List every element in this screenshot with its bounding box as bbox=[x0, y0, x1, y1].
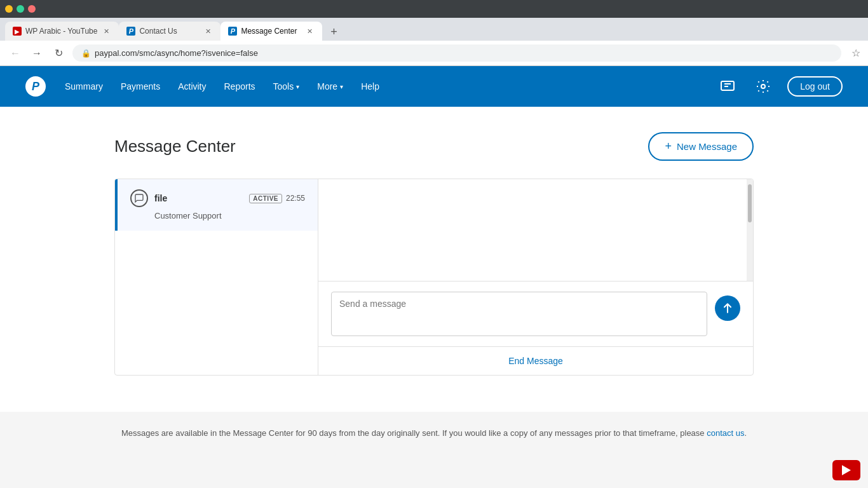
tab-contactus-label: Contact Us bbox=[139, 27, 199, 36]
message-subject: file bbox=[154, 193, 167, 203]
messagecenter-favicon: P bbox=[228, 27, 237, 36]
close-button[interactable] bbox=[28, 5, 36, 13]
message-subtitle: Customer Support bbox=[130, 211, 305, 220]
paypal-navbar: P Summary Payments Activity Reports Tool… bbox=[0, 66, 868, 107]
scrollbar-thumb[interactable] bbox=[748, 184, 752, 222]
address-text: paypal.com/smc/async/home?isvenice=false bbox=[95, 48, 258, 58]
main-content: Message Center + New Message file bbox=[0, 107, 868, 412]
scrollbar-track[interactable] bbox=[747, 179, 753, 281]
page-header: Message Center + New Message bbox=[114, 132, 754, 161]
paypal-logo: P bbox=[25, 76, 46, 97]
message-time: 22:55 bbox=[286, 194, 305, 203]
send-button[interactable] bbox=[715, 295, 740, 321]
tab-contactus[interactable]: P Contact Us ✕ bbox=[119, 22, 220, 41]
nav-summary[interactable]: Summary bbox=[65, 81, 103, 92]
lock-icon: 🔒 bbox=[81, 49, 91, 58]
end-message-row: End Message bbox=[318, 346, 753, 375]
bookmark-icon[interactable]: ☆ bbox=[851, 47, 860, 59]
back-button[interactable]: ← bbox=[8, 46, 23, 61]
new-message-button[interactable]: + New Message bbox=[648, 132, 754, 161]
tab-youtube[interactable]: ▶ WP Arabic - YouTube ✕ bbox=[5, 22, 119, 41]
window-controls bbox=[5, 5, 36, 13]
message-input[interactable] bbox=[331, 292, 707, 336]
message-thread-icon bbox=[130, 189, 148, 207]
plus-icon: + bbox=[665, 140, 672, 153]
browser-tabs: ▶ WP Arabic - YouTube ✕ P Contact Us ✕ P… bbox=[0, 18, 868, 41]
more-chevron-icon: ▾ bbox=[340, 83, 343, 90]
youtube-favicon: ▶ bbox=[13, 27, 22, 36]
nav-activity[interactable]: Activity bbox=[178, 81, 206, 92]
tab-messagecenter[interactable]: P Message Center ✕ bbox=[220, 22, 322, 41]
message-list-panel: file ACTIVE 22:55 Customer Support bbox=[115, 179, 318, 375]
message-item-left: file bbox=[130, 189, 167, 207]
logout-button[interactable]: Log out bbox=[787, 76, 843, 97]
reload-button[interactable]: ↻ bbox=[51, 46, 66, 61]
nav-links: Summary Payments Activity Reports Tools … bbox=[65, 81, 716, 92]
nav-payments[interactable]: Payments bbox=[121, 81, 160, 92]
tab-messagecenter-close[interactable]: ✕ bbox=[304, 26, 315, 36]
settings-icon[interactable] bbox=[752, 75, 775, 98]
message-compose-area bbox=[318, 281, 753, 346]
minimize-button[interactable] bbox=[5, 5, 13, 13]
message-body-area bbox=[318, 179, 753, 281]
address-bar-row: ← → ↻ 🔒 paypal.com/smc/async/home?isveni… bbox=[0, 41, 868, 66]
nav-help[interactable]: Help bbox=[361, 81, 379, 92]
messages-icon[interactable] bbox=[716, 75, 739, 98]
tab-youtube-label: WP Arabic - YouTube bbox=[25, 27, 97, 36]
contact-us-link[interactable]: contact us bbox=[707, 428, 744, 438]
tab-contactus-close[interactable]: ✕ bbox=[203, 26, 213, 36]
message-item[interactable]: file ACTIVE 22:55 Customer Support bbox=[115, 179, 318, 231]
tools-chevron-icon: ▾ bbox=[296, 83, 299, 90]
message-item-header: file ACTIVE 22:55 bbox=[130, 189, 305, 207]
active-badge: ACTIVE bbox=[249, 194, 282, 203]
page-title: Message Center bbox=[114, 137, 236, 156]
new-message-label: New Message bbox=[677, 141, 737, 152]
browser-titlebar bbox=[0, 0, 868, 18]
tab-youtube-close[interactable]: ✕ bbox=[101, 26, 111, 36]
end-message-link[interactable]: End Message bbox=[508, 356, 563, 366]
address-bar[interactable]: 🔒 paypal.com/smc/async/home?isvenice=fal… bbox=[72, 44, 841, 62]
contactus-favicon: P bbox=[126, 27, 135, 36]
nav-right-actions: Log out bbox=[716, 75, 843, 98]
nav-reports[interactable]: Reports bbox=[224, 81, 255, 92]
forward-button[interactable]: → bbox=[29, 46, 44, 61]
browser-window: ▶ WP Arabic - YouTube ✕ P Contact Us ✕ P… bbox=[0, 0, 868, 66]
footer-notice: Messages are available in the Message Ce… bbox=[0, 412, 868, 456]
svg-point-1 bbox=[761, 85, 765, 88]
message-content-panel: End Message bbox=[318, 179, 753, 375]
message-meta: ACTIVE 22:55 bbox=[249, 194, 305, 203]
new-tab-button[interactable]: + bbox=[325, 23, 342, 41]
nav-tools[interactable]: Tools ▾ bbox=[273, 81, 300, 92]
nav-more[interactable]: More ▾ bbox=[317, 81, 343, 92]
maximize-button[interactable] bbox=[17, 5, 24, 13]
tab-messagecenter-label: Message Center bbox=[241, 27, 301, 36]
footer-notice-text: Messages are available in the Message Ce… bbox=[121, 428, 705, 438]
message-center-layout: file ACTIVE 22:55 Customer Support bbox=[114, 179, 754, 376]
